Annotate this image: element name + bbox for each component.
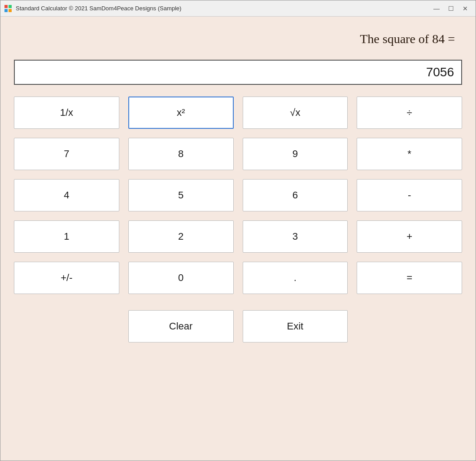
expression-display: The square of 84 = xyxy=(14,26,462,53)
btn-reciprocal[interactable]: 1/x xyxy=(14,97,119,129)
btn-exit[interactable]: Exit xyxy=(243,310,348,342)
btn-add[interactable]: + xyxy=(357,220,462,253)
btn-9[interactable]: 9 xyxy=(243,138,348,170)
empty-slot-right xyxy=(357,310,462,342)
calculator-body: The square of 84 = 7056 1/x x² √x ÷ 7 8 … xyxy=(0,17,476,461)
btn-decimal[interactable]: . xyxy=(243,262,348,294)
btn-multiply[interactable]: * xyxy=(357,138,462,170)
btn-subtract[interactable]: - xyxy=(357,179,462,211)
btn-8[interactable]: 8 xyxy=(128,138,234,170)
btn-5[interactable]: 5 xyxy=(128,179,234,211)
restore-button[interactable]: ☐ xyxy=(444,3,458,14)
btn-3[interactable]: 3 xyxy=(243,220,348,253)
btn-equals[interactable]: = xyxy=(357,262,462,294)
title-bar: Standard Calculator © 2021 SamDom4Peace … xyxy=(0,0,476,17)
btn-4[interactable]: 4 xyxy=(14,179,119,211)
svg-rect-0 xyxy=(4,5,8,8)
buttons-grid: 1/x x² √x ÷ 7 8 9 * 4 5 6 - 1 2 3 + +/- … xyxy=(14,92,462,299)
window-title: Standard Calculator © 2021 SamDom4Peace … xyxy=(16,5,430,12)
empty-slot-left xyxy=(14,310,119,342)
btn-clear[interactable]: Clear xyxy=(128,310,234,342)
btn-0[interactable]: 0 xyxy=(128,262,234,294)
btn-divide[interactable]: ÷ xyxy=(357,97,462,129)
calculator-window: Standard Calculator © 2021 SamDom4Peace … xyxy=(0,0,476,461)
window-controls: — ☐ ✕ xyxy=(430,3,472,14)
btn-square[interactable]: x² xyxy=(128,97,234,129)
close-button[interactable]: ✕ xyxy=(459,3,472,14)
svg-rect-2 xyxy=(4,9,8,12)
result-display: 7056 xyxy=(14,60,462,85)
app-icon xyxy=(4,4,12,13)
btn-sqrt[interactable]: √x xyxy=(243,97,348,129)
bottom-row: Clear Exit xyxy=(14,306,462,351)
svg-rect-3 xyxy=(9,9,12,12)
svg-rect-1 xyxy=(9,5,12,8)
btn-2[interactable]: 2 xyxy=(128,220,234,253)
btn-7[interactable]: 7 xyxy=(14,138,119,170)
btn-1[interactable]: 1 xyxy=(14,220,119,253)
btn-negate[interactable]: +/- xyxy=(14,262,119,294)
btn-6[interactable]: 6 xyxy=(243,179,348,211)
minimize-button[interactable]: — xyxy=(430,3,443,14)
